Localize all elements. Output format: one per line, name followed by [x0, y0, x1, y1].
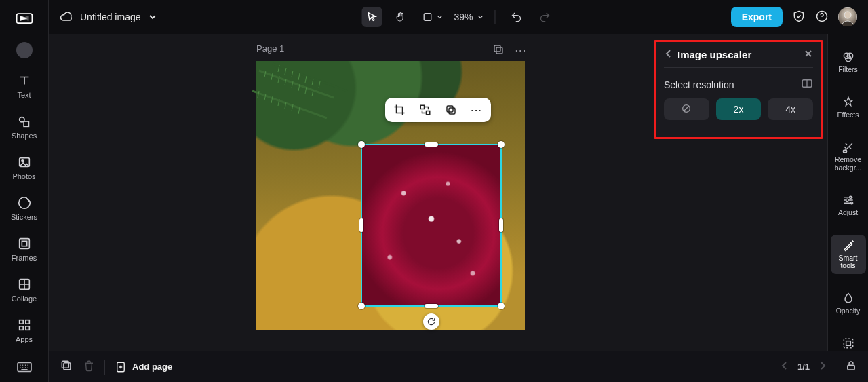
- add-page-icon: [115, 361, 127, 373]
- svg-rect-6: [22, 241, 26, 246]
- lock-button[interactable]: [845, 360, 857, 374]
- sidebar-item-label: Text: [17, 91, 31, 99]
- resize-handle-bl[interactable]: [358, 303, 365, 309]
- resolution-none-button[interactable]: [664, 98, 709, 120]
- photos-icon: [17, 155, 32, 170]
- zoom-control[interactable]: 39%: [454, 12, 484, 22]
- keyboard-shortcuts-button[interactable]: [0, 362, 49, 373]
- document-title-block[interactable]: Untitled image: [60, 10, 157, 24]
- duplicate-icon: [445, 104, 457, 116]
- resolution-2x-button[interactable]: 2x: [716, 98, 762, 120]
- sidebar-item-frames[interactable]: Frames: [5, 236, 44, 262]
- document-title: Untitled image: [80, 12, 141, 22]
- delete-button[interactable]: [83, 360, 95, 374]
- rotate-icon: [427, 317, 436, 326]
- sidebar-item-text[interactable]: Text: [5, 73, 44, 99]
- swap-icon: [419, 104, 431, 116]
- page-more-button[interactable]: ···: [515, 45, 527, 56]
- lock-open-icon: [845, 360, 857, 372]
- shapes-icon: [17, 114, 32, 129]
- redo-button[interactable]: [535, 7, 555, 27]
- resize-handle-r[interactable]: [499, 218, 503, 232]
- selection-toolbar: ···: [385, 98, 491, 122]
- sidebar-item-label: Photos: [12, 172, 35, 180]
- artboard-icon: [421, 11, 433, 23]
- replace-image-button[interactable]: [418, 102, 433, 117]
- sidebar-item-photos[interactable]: Photos: [5, 155, 44, 180]
- top-bar: Untitled image 39% Export: [49, 0, 868, 34]
- trash-icon: [83, 360, 95, 372]
- page-actions: ···: [492, 43, 527, 58]
- resolution-4x-button[interactable]: 4x: [768, 98, 813, 120]
- undo-button[interactable]: [507, 7, 527, 27]
- arrange-icon: [842, 337, 855, 350]
- remove-bg-icon: [842, 140, 855, 154]
- rsidebar-item-adjust[interactable]: Adjust: [831, 189, 866, 221]
- panel-back-button[interactable]: [664, 49, 673, 60]
- resize-handle-tr[interactable]: [498, 141, 505, 148]
- chevron-left-icon: [780, 361, 789, 370]
- shield-check-icon: [792, 9, 806, 23]
- sidebar-item-stickers[interactable]: Stickers: [5, 195, 44, 221]
- duplicate-button[interactable]: [443, 102, 458, 117]
- user-avatar[interactable]: [838, 7, 857, 26]
- page-label: Page 1: [256, 43, 284, 54]
- panel-close-button[interactable]: [804, 49, 813, 60]
- opacity-icon: [842, 292, 855, 305]
- select-tool-button[interactable]: [361, 7, 382, 27]
- svg-rect-34: [64, 363, 71, 370]
- rsidebar-item-effects[interactable]: Effects: [831, 92, 866, 123]
- app-logo[interactable]: [13, 7, 36, 30]
- duplicate-page-button[interactable]: [492, 43, 505, 58]
- crop-button[interactable]: [392, 102, 407, 117]
- svg-rect-30: [844, 339, 852, 348]
- sidebar-item-label: Stickers: [11, 213, 37, 221]
- sidebar-item-placeholder[interactable]: [5, 42, 44, 58]
- capcut-logo-icon: [15, 9, 34, 28]
- cloud-icon: [60, 10, 73, 24]
- next-page-button[interactable]: [818, 361, 827, 373]
- resize-handle-t[interactable]: [425, 142, 438, 147]
- svg-point-4: [21, 160, 23, 162]
- selected-image[interactable]: [361, 144, 502, 307]
- cursor-icon: [366, 11, 378, 23]
- help-icon: [815, 9, 829, 23]
- sidebar-item-collage[interactable]: Collage: [5, 277, 44, 303]
- svg-rect-35: [62, 361, 68, 368]
- resize-handle-br[interactable]: [498, 303, 505, 309]
- rsidebar-item-remove-bg[interactable]: Remove backgr...: [831, 136, 866, 176]
- export-button[interactable]: Export: [731, 7, 783, 27]
- compare-slider-button[interactable]: [801, 77, 813, 92]
- rotate-handle[interactable]: [423, 313, 439, 330]
- more-button[interactable]: ···: [469, 102, 484, 117]
- adjust-icon: [842, 193, 855, 207]
- sidebar-item-shapes[interactable]: Shapes: [5, 114, 44, 140]
- crop-icon: [393, 104, 406, 116]
- effects-icon: [842, 96, 855, 109]
- left-sidebar: Text Shapes Photos Stickers Frames Colla…: [0, 0, 49, 382]
- help-button[interactable]: [815, 9, 829, 25]
- sidebar-item-label: Apps: [16, 335, 33, 343]
- svg-rect-8: [19, 320, 23, 324]
- privacy-shield-button[interactable]: [792, 9, 806, 25]
- divider: [104, 360, 105, 375]
- resize-handle-tl[interactable]: [358, 141, 365, 148]
- chevron-down-icon: [148, 12, 157, 22]
- resize-handle-l[interactable]: [359, 218, 363, 232]
- rsidebar-item-filters[interactable]: Filters: [831, 46, 866, 78]
- sidebar-item-label: Frames: [12, 254, 37, 262]
- resize-handle-b[interactable]: [425, 304, 438, 308]
- artboard-tool-button[interactable]: [418, 7, 446, 27]
- image-upscaler-panel: Image upscaler Select resolution 2x 4x: [654, 40, 823, 139]
- close-icon: [804, 49, 813, 58]
- sidebar-item-apps[interactable]: Apps: [5, 318, 44, 343]
- sidebar-item-label: Collage: [12, 294, 37, 303]
- layers-button[interactable]: [60, 359, 73, 375]
- rsidebar-item-smart-tools[interactable]: Smart tools: [831, 235, 866, 274]
- rsidebar-item-opacity[interactable]: Opacity: [831, 288, 866, 320]
- duplicate-icon: [492, 43, 505, 56]
- svg-rect-11: [25, 326, 29, 330]
- add-page-button[interactable]: Add page: [115, 361, 172, 373]
- pan-tool-button[interactable]: [390, 7, 410, 27]
- prev-page-button[interactable]: [780, 361, 789, 373]
